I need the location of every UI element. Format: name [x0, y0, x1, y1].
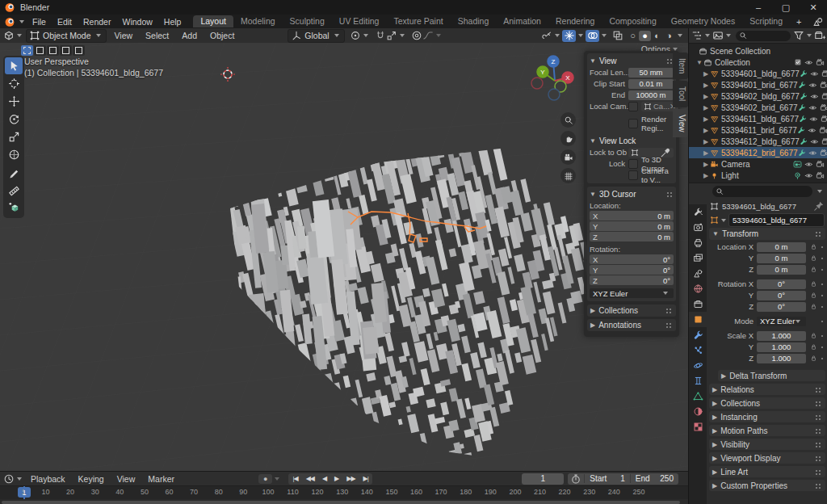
panel-grip[interactable]	[815, 442, 822, 447]
workspace-tab-uv-editing[interactable]: UV Editing	[332, 15, 387, 27]
workspace-tab-modeling[interactable]: Modeling	[233, 15, 283, 27]
minimize-button[interactable]: –	[745, 0, 772, 15]
menu-file[interactable]: File	[27, 17, 52, 27]
outliner-object-53394601_bldg_6677[interactable]: ▶53394601_bldg_6677	[689, 68, 827, 79]
disclosure-icon[interactable]: ▶	[702, 82, 710, 89]
properties-panel-collections[interactable]: ▶Collections	[709, 397, 825, 409]
cursor-location-x[interactable]: X0 m	[590, 211, 674, 220]
npanel-section-collections[interactable]: ▶Collections	[587, 304, 676, 317]
npanel-section-annotations[interactable]: ▶Annotations	[587, 319, 676, 331]
add-workspace-button[interactable]: +	[790, 17, 808, 27]
cursor-location-y[interactable]: Y0 m	[590, 221, 674, 231]
disable-render-icon[interactable]	[816, 171, 825, 180]
menu-edit[interactable]: Edit	[52, 17, 78, 27]
properties-tab-render[interactable]	[689, 220, 707, 235]
transform-value-field[interactable]: 1.000	[757, 342, 806, 352]
transform-orientation-selector[interactable]: Global	[288, 29, 344, 43]
panel-grip[interactable]	[815, 231, 822, 237]
viewport-menu-object[interactable]: Object	[204, 31, 241, 40]
panel-grip[interactable]	[815, 428, 822, 434]
hide-viewport-icon[interactable]	[809, 115, 818, 124]
lock-3d-cursor-checkbox[interactable]	[628, 159, 638, 169]
lock-icon[interactable]	[810, 303, 817, 310]
outliner-object-53394602_brid_6677[interactable]: ▶53394602_brid_6677	[689, 102, 827, 113]
select-mode-set[interactable]	[21, 45, 33, 56]
nav-camera-button[interactable]	[560, 149, 576, 165]
n-panel-tab-view[interactable]: View	[673, 109, 688, 138]
menu-window[interactable]: Window	[116, 17, 157, 27]
pin-icon[interactable]	[813, 200, 825, 212]
properties-tab-scene[interactable]	[689, 266, 707, 281]
properties-tab-object[interactable]	[689, 312, 707, 327]
disable-render-icon[interactable]	[821, 115, 827, 124]
tool-annotate[interactable]	[5, 164, 23, 181]
animate-dot-icon[interactable]	[819, 244, 825, 250]
shading-material-button[interactable]: ◐	[651, 31, 663, 41]
hide-viewport-icon[interactable]	[808, 126, 817, 135]
properties-panel-relations[interactable]: ▶Relations	[709, 384, 825, 395]
properties-tab-texture[interactable]	[689, 419, 707, 435]
transform-value-field[interactable]: 1.000	[757, 331, 806, 341]
properties-panel-custom-properties[interactable]: ▶Custom Properties	[709, 480, 825, 491]
properties-tab-tool[interactable]	[689, 204, 707, 220]
workspace-tab-layout[interactable]: Layout	[193, 15, 233, 27]
disable-render-icon[interactable]	[821, 69, 827, 78]
render-region-checkbox[interactable]	[628, 119, 638, 128]
transform-panel-header[interactable]: ▼ Transform	[709, 228, 825, 240]
horizontal-scrollbar[interactable]	[2, 501, 680, 504]
properties-panel-instancing[interactable]: ▶Instancing	[709, 411, 825, 422]
disclosure-icon[interactable]: ▶	[702, 116, 710, 123]
rotation-mode-dropdown[interactable]: XYZ Euler	[757, 317, 806, 326]
viewport-menu-add[interactable]: Add	[175, 31, 204, 40]
disable-render-icon[interactable]	[820, 81, 827, 90]
disclosure-icon[interactable]: ▶	[702, 161, 710, 168]
collapse-caret[interactable]: ▼	[590, 57, 596, 65]
show-gizmo-toggle[interactable]	[562, 30, 576, 42]
blender-menu-icon[interactable]	[4, 16, 15, 27]
cursor-rotation-z[interactable]: Z0°	[590, 275, 674, 285]
stopwatch-icon[interactable]	[568, 473, 584, 485]
hide-viewport-icon[interactable]	[810, 137, 819, 146]
properties-tab-modifiers[interactable]	[689, 327, 707, 342]
disable-render-icon[interactable]	[816, 160, 825, 169]
outliner-collection[interactable]: ▼Collection	[689, 57, 827, 68]
lock-icon[interactable]	[810, 343, 817, 351]
properties-panel-viewport-display[interactable]: ▶Viewport Display	[709, 452, 825, 464]
disable-render-icon[interactable]	[816, 58, 825, 67]
proportional-editing-icon[interactable]	[411, 30, 422, 41]
disclosure-icon[interactable]: ▶	[702, 70, 710, 78]
timeline-menu-marker[interactable]: Marker	[141, 474, 181, 484]
animate-dot-icon[interactable]	[819, 333, 825, 339]
tool-transform[interactable]	[5, 146, 23, 163]
lock-icon[interactable]	[810, 266, 817, 273]
select-mode-extend[interactable]	[34, 45, 46, 56]
animate-dot-icon[interactable]	[819, 281, 825, 288]
mode-selector[interactable]: Object Mode	[26, 29, 107, 43]
panel-grip[interactable]	[815, 387, 822, 393]
panel-grip[interactable]	[815, 414, 822, 420]
hide-viewport-icon[interactable]	[808, 81, 817, 90]
disable-render-icon[interactable]	[820, 149, 827, 158]
transform-value-field[interactable]: 0°	[757, 291, 806, 300]
local-camera-checkbox[interactable]	[628, 102, 638, 111]
disable-render-icon[interactable]	[821, 92, 827, 101]
disable-render-icon[interactable]	[820, 103, 827, 112]
panel-grip[interactable]	[665, 308, 673, 313]
editor-type-icon[interactable]	[691, 30, 703, 41]
lock-icon[interactable]	[810, 280, 817, 288]
close-button[interactable]: ✕	[800, 0, 827, 15]
disable-render-icon[interactable]	[821, 137, 827, 146]
view-object-types-icon[interactable]	[541, 30, 552, 41]
playback-jump-to-end-button[interactable]: ▶|	[359, 475, 372, 482]
workspace-tab-compositing[interactable]: Compositing	[602, 15, 663, 27]
hide-viewport-icon[interactable]	[804, 58, 813, 67]
np-value-field[interactable]: 0.01 m	[628, 79, 674, 89]
properties-tab-data[interactable]	[689, 388, 707, 404]
outliner-object-53394612_brid_6677[interactable]: ▶53394612_brid_6677	[689, 147, 827, 158]
hide-viewport-icon[interactable]	[810, 69, 819, 78]
panel-grip[interactable]	[665, 322, 673, 328]
lock-icon[interactable]	[810, 355, 817, 362]
viewport-3d[interactable]: User Perspective (1) Collection | 533946…	[0, 43, 688, 471]
hide-viewport-icon[interactable]	[808, 149, 817, 158]
n-panel-tab-tool[interactable]: Tool	[673, 81, 688, 107]
